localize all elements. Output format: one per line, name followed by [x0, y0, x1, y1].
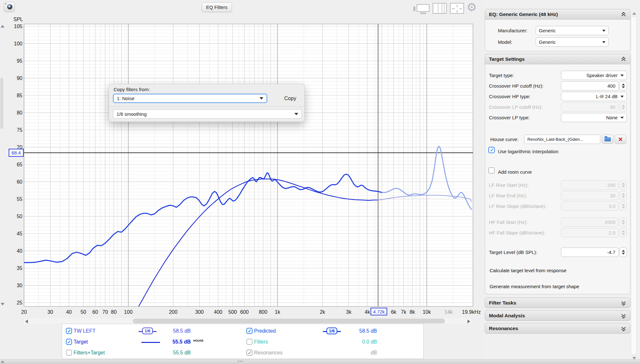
svg-text:SPL: SPL [13, 17, 23, 22]
expand-section-icon[interactable] [621, 313, 626, 318]
legend-row-filters: Filters 0.0 dB [243, 339, 422, 347]
resonances-header[interactable]: Resonances [485, 323, 630, 334]
expand-section-icon[interactable] [621, 300, 626, 305]
filters-checkbox[interactable] [246, 339, 252, 345]
svg-text:80: 80 [111, 309, 117, 315]
svg-text:300: 300 [195, 309, 204, 315]
calculate-target-level-action[interactable]: Calculate target level from response [490, 268, 566, 273]
target-level-input[interactable]: -4.7 [561, 248, 619, 257]
lf-rise-end-input: 30 [561, 191, 619, 200]
dropdown-arrow-icon [602, 41, 605, 43]
target-type-dropdown[interactable]: Speaker driver [561, 71, 627, 80]
house-curve-field[interactable]: ResoNix_Laid-Back_(Gden... [524, 135, 600, 144]
target-checkbox[interactable] [66, 339, 72, 345]
hp-cutoff-stepper[interactable] [620, 81, 627, 91]
log-interpolation-label: Use logarithmic interpolation [498, 149, 558, 154]
svg-text:100: 100 [124, 309, 133, 315]
svg-text:400: 400 [214, 309, 222, 315]
resonances-checkbox[interactable] [246, 350, 252, 356]
svg-text:95: 95 [17, 58, 22, 64]
predicted-checkbox[interactable] [246, 328, 252, 334]
hf-fall-slope-stepper [620, 228, 627, 237]
expand-section-icon[interactable] [621, 326, 626, 331]
modal-analysis-header[interactable]: Modal Analysis [485, 310, 630, 321]
spl-scroll-down-icon[interactable] [1, 303, 4, 305]
chart-area: 105100959085807570656055504540353025SPL2… [0, 0, 484, 364]
scroll-left-icon[interactable] [25, 320, 28, 323]
panel-scroll-down-icon[interactable] [632, 357, 636, 360]
filter-tasks-header[interactable]: Filter Tasks [485, 297, 630, 308]
eq-filters-button[interactable]: EQ Filters [202, 2, 232, 12]
cursor-frequency-readout: 4.72k [371, 308, 387, 315]
svg-text:65: 65 [17, 162, 22, 167]
scroll-right-icon[interactable] [468, 320, 470, 323]
svg-text:10k: 10k [423, 309, 431, 315]
svg-text:6k: 6k [391, 309, 397, 315]
corner-resize-icon[interactable] [1, 360, 4, 363]
manufacturer-dropdown[interactable]: Generic [536, 26, 609, 35]
target-type-label: Target type: [489, 73, 514, 78]
hp-cutoff-input[interactable]: 400 [561, 81, 619, 91]
legend-row-predicted: Predicted 1/6 58.5 dB [243, 328, 422, 336]
hp-type-dropdown[interactable]: L-R 24 dB [561, 92, 627, 101]
hf-fall-start-label: HF Fall Start (Hz): [489, 219, 528, 225]
log-interpolation-checkbox[interactable] [488, 147, 495, 153]
lf-rise-slope-label: LF Rise Slope (dB/octave): [489, 203, 546, 209]
splitter-handle[interactable]: ••• [237, 359, 244, 364]
collapse-section-icon[interactable] [621, 57, 626, 62]
frequency-scrollbar-thumb[interactable] [133, 319, 445, 323]
spl-chart[interactable]: 105100959085807570656055504540353025SPL2… [0, 0, 484, 364]
svg-text:30: 30 [17, 283, 22, 288]
copy-source-dropdown[interactable]: 1: Noise [113, 94, 267, 103]
spl-scroll-up-icon[interactable] [1, 25, 4, 28]
trace-legend: TW LEFT 1/6 58.5 dB Target 55.5 dB HOUSE… [62, 324, 424, 359]
lf-rise-end-stepper [620, 191, 627, 200]
lf-rise-end-label: LF Rise End (Hz): [489, 193, 527, 198]
house-curve-tag: HOUSE [193, 339, 204, 342]
svg-text:7k: 7k [401, 309, 407, 315]
svg-text:20: 20 [21, 309, 27, 315]
svg-text:60: 60 [17, 179, 22, 185]
copy-button[interactable]: Copy [279, 94, 302, 103]
hf-fall-slope-input: 2.0 [561, 228, 619, 237]
monitor-layout-icon[interactable] [413, 4, 430, 14]
dropdown-arrow-icon [294, 113, 298, 115]
svg-text:800: 800 [259, 309, 268, 315]
svg-text:4k: 4k [365, 309, 371, 315]
window-bottom-bar: ••• [0, 360, 640, 364]
svg-text:14k: 14k [444, 309, 453, 315]
svg-text:45: 45 [17, 231, 22, 236]
columns-layout-icon[interactable] [433, 3, 447, 14]
tw-left-checkbox[interactable] [66, 328, 72, 334]
eq-section-header[interactable]: EQ: Generic Generic (48 kHz) [485, 9, 630, 20]
svg-text:85: 85 [17, 93, 22, 98]
browse-house-curve-button[interactable] [602, 135, 613, 144]
add-room-curve-label: Add room curve [498, 169, 532, 175]
panel-scroll-up-icon[interactable] [632, 12, 636, 15]
target-level-label: Target Level (dB SPL): [489, 249, 537, 255]
spl-scrollbar-thumb[interactable] [0, 78, 3, 129]
folder-icon [604, 137, 611, 141]
clear-house-curve-button[interactable]: ✕ [615, 135, 626, 144]
target-level-stepper[interactable] [620, 248, 627, 257]
svg-text:35: 35 [17, 265, 22, 271]
hp-type-label: Crossover HP type: [489, 94, 531, 99]
add-room-curve-checkbox[interactable] [488, 167, 495, 174]
target-settings-header[interactable]: Target Settings [485, 54, 630, 64]
model-dropdown[interactable]: Generic [536, 37, 609, 47]
screenshot-camera-button[interactable] [4, 2, 15, 12]
expand-arrows-icon[interactable]: ↑ ↓ ← → [450, 3, 464, 14]
generate-measurement-action[interactable]: Generate measurement from target shape [490, 284, 579, 289]
smoothing-dropdown[interactable]: 1/6 smoothing [113, 109, 302, 119]
dropdown-arrow-icon [602, 30, 605, 32]
svg-text:100: 100 [14, 41, 22, 46]
lp-cutoff-input: 80 [561, 102, 619, 112]
collapse-section-icon[interactable] [621, 12, 626, 17]
cursor-level-readout: 68.4 [9, 149, 24, 157]
frequency-scrollbar[interactable] [24, 318, 471, 324]
svg-text:80: 80 [17, 110, 22, 115]
panel-scrollbar[interactable] [631, 17, 636, 354]
gear-icon[interactable]: ⚙ [467, 1, 477, 14]
filters-target-checkbox[interactable] [66, 350, 72, 356]
lp-type-dropdown[interactable]: None [561, 113, 627, 122]
